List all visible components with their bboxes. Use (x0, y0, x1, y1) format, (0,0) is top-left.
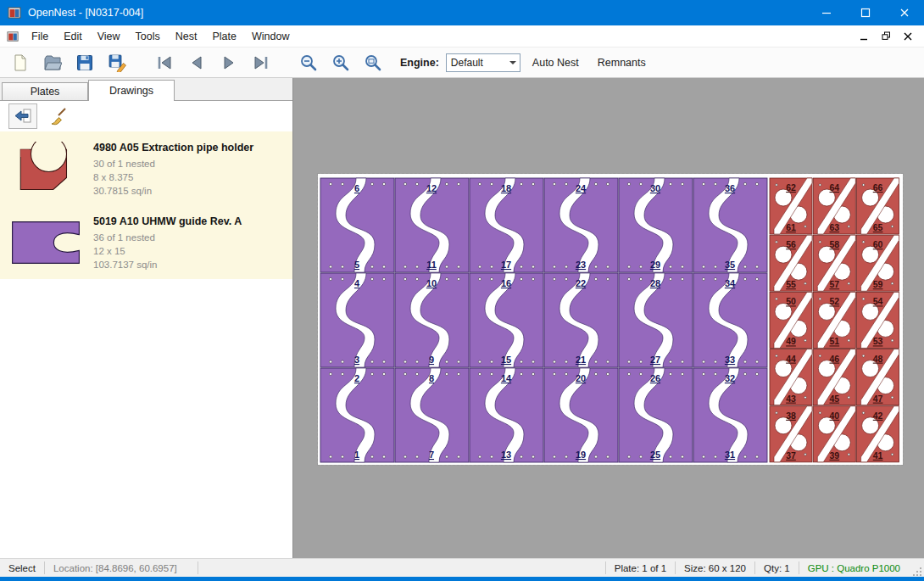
purple-part-pair[interactable]: 1211 (395, 178, 469, 272)
status-plate: Plate: 1 of 1 (606, 563, 675, 573)
svg-text:28: 28 (650, 278, 660, 288)
mdi-restore-button[interactable] (875, 27, 897, 46)
svg-text:26: 26 (650, 373, 660, 383)
purple-part-pair[interactable]: 65 (320, 178, 394, 272)
maximize-button[interactable] (846, 0, 885, 25)
remnants-button[interactable]: Remnants (591, 53, 653, 73)
tab-drawings[interactable]: Drawings (88, 80, 175, 101)
minimize-button[interactable] (807, 0, 846, 25)
svg-text:39: 39 (829, 450, 839, 461)
menu-item-nest[interactable]: Nest (168, 27, 205, 46)
red-part-pair[interactable]: 5251 (813, 292, 855, 348)
close-button[interactable] (885, 0, 924, 25)
drawing-list-item-1[interactable]: 4980 A05 Extraction pipe holder 30 of 1 … (0, 131, 292, 205)
menu-item-plate[interactable]: Plate (204, 27, 244, 46)
svg-text:11: 11 (426, 260, 437, 270)
red-part-pair[interactable]: 5049 (770, 292, 812, 348)
menu-item-view[interactable]: View (90, 27, 128, 46)
plate[interactable]: 6512111817242330293635431091615222128273… (318, 174, 903, 465)
svg-text:21: 21 (576, 355, 586, 365)
svg-text:1: 1 (354, 450, 359, 460)
purple-part-pair[interactable]: 2019 (544, 368, 618, 462)
open-button[interactable] (39, 50, 66, 75)
purple-part-pair[interactable]: 87 (395, 368, 469, 462)
purple-part-pair[interactable]: 2423 (544, 178, 618, 272)
red-part-pair[interactable]: 4847 (857, 349, 899, 405)
mdi-minimize-button[interactable] (853, 27, 875, 46)
purple-part-pair[interactable]: 43 (320, 273, 394, 367)
mdi-window-controls (853, 27, 924, 46)
zoom-out-button[interactable] (295, 50, 322, 75)
red-part-pair[interactable]: 4443 (770, 349, 812, 405)
svg-text:6: 6 (354, 183, 359, 193)
red-part-pair[interactable]: 4241 (857, 406, 899, 462)
new-button[interactable] (7, 50, 34, 75)
red-part-pair[interactable]: 5453 (857, 292, 899, 348)
red-part-pair[interactable]: 4645 (813, 349, 855, 405)
auto-nest-button[interactable]: Auto Nest (526, 53, 586, 73)
main-toolbar: Engine: Default Auto Nest Remnants (0, 47, 924, 78)
next-plate-button[interactable] (215, 50, 242, 75)
window-bottom-border (0, 577, 924, 581)
purple-part-pair[interactable]: 3231 (693, 368, 767, 462)
red-part-pair[interactable]: 6261 (770, 178, 812, 234)
window-title: OpenNest - [N0317-004] (28, 7, 143, 19)
purple-part-pair[interactable]: 1615 (470, 273, 543, 367)
red-part-pair[interactable]: 6059 (857, 235, 899, 291)
mdi-close-button[interactable] (897, 27, 919, 46)
menu-item-tools[interactable]: Tools (128, 27, 168, 46)
red-part-pair[interactable]: 6463 (813, 178, 855, 234)
purple-part-pair[interactable]: 1817 (470, 178, 543, 272)
nest-drawing: 6512111817242330293635431091615222128273… (318, 174, 903, 465)
purple-part-pair[interactable]: 3433 (693, 273, 767, 367)
red-part-pair[interactable]: 3837 (770, 406, 812, 462)
zoom-in-button[interactable] (327, 50, 354, 75)
tab-plates[interactable]: Plates (2, 82, 88, 100)
red-part-pair[interactable]: 5857 (813, 235, 855, 291)
resize-grip[interactable] (909, 560, 924, 577)
drawing-info: 4980 A05 Extraction pipe holder 30 of 1 … (86, 135, 253, 202)
svg-text:41: 41 (873, 450, 883, 461)
purple-part-pair[interactable]: 3029 (619, 178, 693, 272)
last-plate-button[interactable] (248, 50, 275, 75)
svg-text:66: 66 (873, 182, 883, 193)
first-arrow-icon (155, 53, 174, 72)
purple-part-pair[interactable]: 3635 (693, 178, 767, 272)
panel-tab-strip: Plates Drawings (0, 78, 292, 100)
zoom-fit-button[interactable] (359, 50, 387, 75)
svg-text:50: 50 (786, 296, 796, 306)
next-arrow-icon (220, 53, 238, 72)
svg-text:58: 58 (829, 239, 839, 249)
svg-text:31: 31 (725, 450, 735, 460)
drawing-name: 4980 A05 Extraction pipe holder (93, 142, 253, 154)
purple-part-pair[interactable]: 1413 (470, 368, 543, 462)
save-button[interactable] (71, 50, 98, 75)
svg-text:46: 46 (829, 354, 839, 364)
chevron-down-icon (506, 54, 520, 71)
menu-item-edit[interactable]: Edit (56, 27, 90, 46)
engine-select[interactable]: Default (446, 53, 520, 72)
nest-canvas[interactable]: 6512111817242330293635431091615222128273… (293, 78, 924, 558)
purple-part-pair[interactable]: 2221 (544, 273, 618, 367)
purple-part-pair[interactable]: 21 (320, 368, 394, 462)
save-as-button[interactable] (103, 50, 131, 75)
first-plate-button[interactable] (151, 50, 178, 75)
menu-item-window[interactable]: Window (244, 27, 297, 46)
purple-part-pair[interactable]: 109 (395, 273, 469, 367)
red-part-pair[interactable]: 4039 (813, 406, 855, 462)
engine-label: Engine: (400, 57, 439, 69)
svg-text:15: 15 (501, 355, 511, 365)
purple-part-pair[interactable]: 2625 (619, 368, 693, 462)
red-part-pair[interactable]: 6665 (857, 178, 899, 234)
menu-item-file[interactable]: File (24, 27, 56, 46)
svg-text:10: 10 (426, 278, 437, 288)
drawing-list-item-2[interactable]: 5019 A10 UHMW guide Rev. A 36 of 1 neste… (0, 205, 292, 279)
part-thumbnail-purple (5, 209, 86, 276)
previous-plate-button[interactable] (183, 50, 210, 75)
side-panel: Plates Drawings 4980 A05 Extraction pi (0, 78, 293, 558)
clean-button[interactable] (44, 103, 73, 129)
red-part-pair[interactable]: 5655 (770, 235, 812, 291)
import-drawing-button[interactable] (8, 103, 37, 129)
purple-part-pair[interactable]: 2827 (619, 273, 693, 367)
title-bar[interactable]: OpenNest - [N0317-004] (0, 0, 924, 25)
